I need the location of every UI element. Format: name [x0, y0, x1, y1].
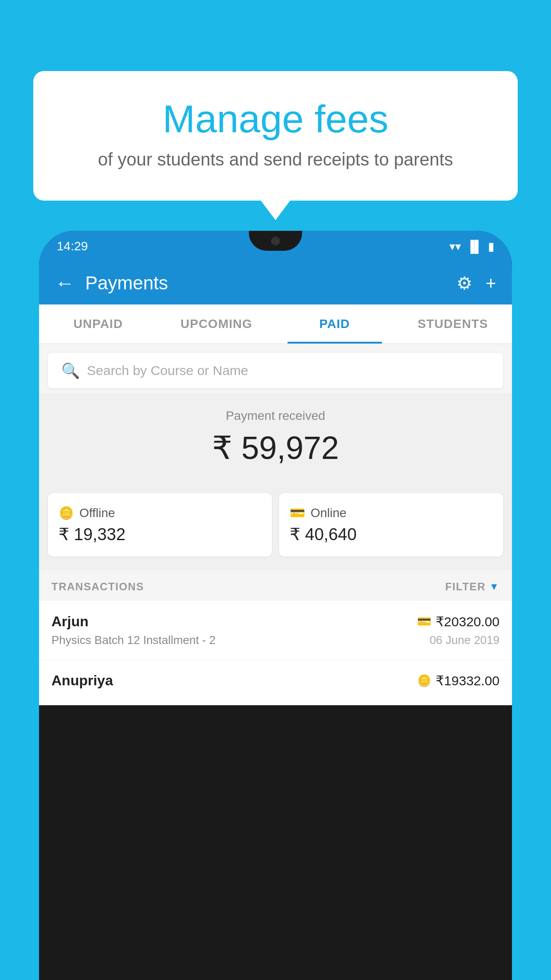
transaction-name: Anupriya	[51, 672, 113, 689]
wifi-icon: ▾▾	[449, 240, 461, 253]
transaction-item[interactable]: Arjun 💳 ₹20320.00 Physics Batch 12 Insta…	[39, 601, 512, 660]
battery-icon: ▮	[488, 240, 494, 253]
filter-label: FILTER	[445, 581, 486, 593]
transaction-row1: Arjun 💳 ₹20320.00	[51, 613, 500, 630]
notch	[249, 231, 302, 251]
payment-type-icon: 💳	[417, 615, 431, 628]
app-header: ← Payments ⚙ +	[39, 262, 512, 304]
bubble-subtitle: of your students and send receipts to pa…	[55, 150, 496, 170]
transaction-name: Arjun	[51, 613, 89, 630]
search-bar[interactable]: 🔍 Search by Course or Name	[48, 353, 503, 388]
transaction-row1: Anupriya 🪙 ₹19332.00	[51, 672, 500, 689]
transaction-list: Arjun 💳 ₹20320.00 Physics Batch 12 Insta…	[39, 601, 512, 705]
payment-received-label: Payment received	[48, 409, 503, 423]
offline-label: Offline	[79, 506, 115, 520]
back-button[interactable]: ←	[55, 273, 75, 293]
transaction-amount: ₹20320.00	[436, 614, 500, 629]
transaction-row2: Physics Batch 12 Installment - 2 06 June…	[51, 633, 500, 647]
tab-upcoming[interactable]: UPCOMING	[157, 304, 276, 344]
status-time: 14:29	[57, 239, 88, 253]
transaction-item[interactable]: Anupriya 🪙 ₹19332.00	[39, 660, 512, 705]
tab-students[interactable]: STUDENTS	[394, 304, 512, 344]
search-placeholder: Search by Course or Name	[87, 363, 248, 378]
payment-type-icon: 🪙	[417, 674, 431, 688]
speech-bubble: Manage fees of your students and send re…	[33, 71, 518, 201]
filter-icon: ▼	[489, 581, 500, 593]
phone-frame: 14:29 ▾▾ ▐▌ ▮ ← Payments ⚙ + UNPAID UPCO…	[39, 231, 512, 980]
offline-icon: 🪙	[59, 506, 74, 520]
transaction-course: Physics Batch 12 Installment - 2	[51, 633, 216, 647]
tab-paid[interactable]: PAID	[276, 304, 394, 344]
bubble-title: Manage fees	[55, 98, 496, 141]
transaction-amount-wrap: 💳 ₹20320.00	[417, 614, 500, 629]
online-amount: ₹ 40,640	[290, 525, 492, 544]
transaction-amount-wrap: 🪙 ₹19332.00	[417, 673, 500, 688]
status-bar: 14:29 ▾▾ ▐▌ ▮	[39, 231, 512, 262]
header-actions: ⚙ +	[457, 273, 496, 293]
transaction-amount: ₹19332.00	[436, 673, 500, 688]
status-icons: ▾▾ ▐▌ ▮	[449, 240, 494, 253]
tabs-bar: UNPAID UPCOMING PAID STUDENTS	[39, 304, 512, 344]
settings-button[interactable]: ⚙	[457, 273, 472, 293]
signal-icon: ▐▌	[466, 240, 483, 253]
offline-card-header: 🪙 Offline	[59, 506, 261, 520]
payment-cards: 🪙 Offline ₹ 19,332 💳 Online ₹ 40,640	[39, 493, 512, 570]
phone-screen: 🔍 Search by Course or Name Payment recei…	[39, 344, 512, 705]
online-card-header: 💳 Online	[290, 506, 492, 520]
add-button[interactable]: +	[486, 273, 496, 293]
offline-card: 🪙 Offline ₹ 19,332	[48, 493, 272, 557]
search-icon: 🔍	[61, 362, 80, 379]
transactions-label: TRANSACTIONS	[51, 581, 144, 593]
transactions-header: TRANSACTIONS FILTER ▼	[39, 570, 512, 601]
online-card: 💳 Online ₹ 40,640	[279, 493, 503, 557]
online-label: Online	[311, 506, 346, 520]
filter-button[interactable]: FILTER ▼	[445, 581, 500, 593]
camera-dot	[271, 237, 280, 245]
tab-unpaid[interactable]: UNPAID	[39, 304, 157, 344]
online-icon: 💳	[290, 506, 305, 520]
payment-total-amount: ₹ 59,972	[48, 429, 503, 466]
offline-amount: ₹ 19,332	[59, 525, 261, 544]
header-title: Payments	[85, 273, 446, 294]
payment-summary: Payment received ₹ 59,972	[39, 393, 512, 493]
transaction-date: 06 June 2019	[429, 633, 500, 647]
